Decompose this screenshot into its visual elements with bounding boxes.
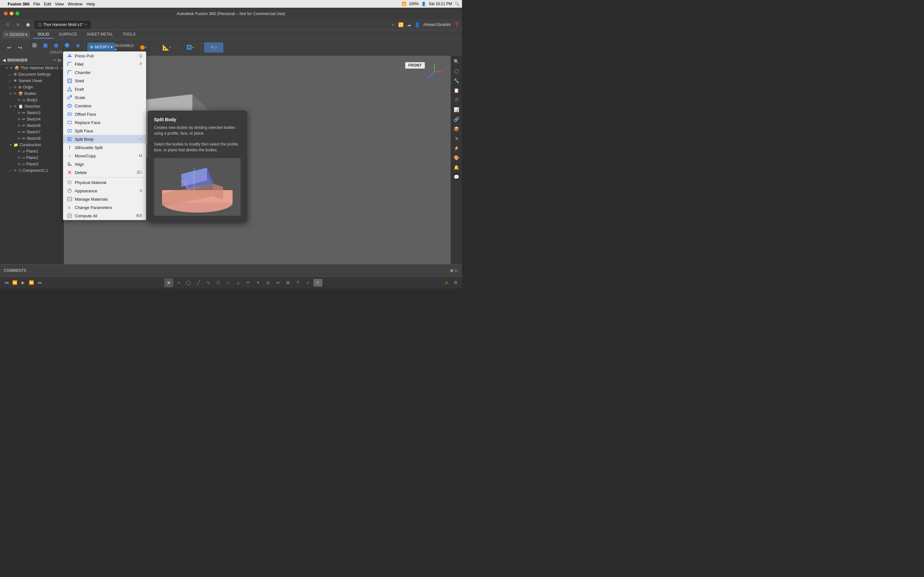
sidebar-item-construction[interactable]: ▼ 📁 Construction — [0, 142, 64, 148]
settings-icon[interactable]: ⚙ — [452, 279, 459, 287]
step-back-button[interactable]: ⏪ — [11, 279, 19, 287]
minimize-button[interactable] — [10, 11, 13, 15]
sidebar-toggle-icon[interactable]: ☰ — [3, 20, 13, 29]
menu-fillet[interactable]: Fillet F — [63, 60, 146, 68]
menu-window[interactable]: Window — [68, 2, 82, 6]
rp-icon7[interactable]: 📦 — [452, 124, 461, 133]
rp-search[interactable]: 🔍 — [452, 57, 461, 66]
select-button[interactable]: ↖ ▾ — [204, 42, 223, 53]
menu-delete[interactable]: Delete ⌦ — [63, 168, 146, 177]
menu-combine[interactable]: Combine — [63, 102, 146, 110]
rp-icon5[interactable]: 📊 — [452, 105, 461, 114]
menu-split-face[interactable]: Split Face — [63, 127, 146, 135]
sidebar-item-component1[interactable]: ▷ 👁 ⬡ Component1:1 — [0, 167, 64, 174]
design-dropdown[interactable]: ✏ DESIGN ▾ — [3, 31, 30, 38]
menu-draft[interactable]: Draft — [63, 85, 146, 93]
menu-scale[interactable]: Scale — [63, 93, 146, 102]
menu-silhouette-split[interactable]: Silhouette Split — [63, 143, 146, 152]
menu-view[interactable]: View — [55, 2, 64, 6]
rp-icon9[interactable]: ⚡ — [452, 143, 461, 153]
sidebar-item-bodies[interactable]: ▼ 👁 📦 Bodies — [0, 90, 64, 97]
sidebar-item-sketch7[interactable]: ▷ 👁 ✏ Sketch7 — [0, 129, 64, 135]
rp-icon12[interactable]: 💬 — [452, 172, 461, 181]
menu-split-body[interactable]: Split Body ⋯ — [63, 135, 146, 143]
comments-expand-icon[interactable]: ▷ — [455, 268, 458, 273]
sidebar-item-sketch3[interactable]: ▷ 👁 ✏ Sketch3 — [0, 110, 64, 116]
tab-surface[interactable]: SURFACE — [54, 31, 81, 39]
menu-change-parameters[interactable]: fx Change Parameters — [63, 203, 146, 211]
sb-trim[interactable]: ✂ — [244, 279, 253, 287]
sidebar-item-origin[interactable]: ▷ 👁 ⊕ Origin — [0, 84, 64, 90]
sidebar-item-plane2[interactable]: ▷ 👁 ▱ Plane2 — [0, 155, 64, 161]
add-tab-icon[interactable]: ＋ — [391, 22, 395, 27]
new-component-button[interactable]: ⊞ — [29, 40, 39, 50]
menu-press-pull[interactable]: Press Pull Q — [63, 52, 146, 60]
sb-text[interactable]: T — [294, 279, 302, 287]
sb-arr[interactable]: ⊞ — [284, 279, 292, 287]
sb-mirror[interactable]: ⇔ — [274, 279, 283, 287]
sb-select[interactable]: ▣ — [164, 278, 173, 287]
play-button[interactable]: ▶ — [19, 279, 27, 287]
fullscreen-button[interactable] — [15, 11, 19, 15]
sb-offset[interactable]: ≡ — [254, 279, 263, 287]
sidebar-item-sketch4[interactable]: ▷ 👁 ✏ Sketch4 — [0, 116, 64, 122]
warning-icon[interactable]: ⚠ — [443, 279, 451, 287]
menu-help[interactable]: Help — [86, 2, 95, 6]
rp-icon2[interactable]: 🔧 — [452, 76, 461, 85]
sb-line[interactable]: ╱ — [194, 279, 203, 287]
sb-fit[interactable]: ⤢ — [304, 279, 312, 287]
rp-icon8[interactable]: 🖱 — [452, 134, 461, 143]
search-icon[interactable]: 🔍 — [455, 2, 459, 6]
sidebar-item-named-views[interactable]: ▷ 👁 Named Views — [0, 77, 64, 84]
rp-icon1[interactable]: ⬡ — [452, 67, 461, 76]
sidebar-item-sketch6[interactable]: ▷ 👁 ✏ Sketch6 — [0, 122, 64, 129]
modify-dropdown-button[interactable]: ⚙ MODIFY ▾ — [87, 43, 115, 52]
menu-replace-face[interactable]: Replace Face — [63, 118, 146, 127]
active-tab[interactable]: ⬡ Thor Hammer Mold v1* × — [34, 21, 91, 29]
home-button[interactable]: 🏠 — [23, 23, 33, 27]
step-forward-button[interactable]: ⏩ — [27, 279, 35, 287]
extrude-button[interactable]: ▣ — [40, 40, 50, 50]
sb-project[interactable]: ⊙ — [264, 279, 273, 287]
menu-manage-materials[interactable]: Manage Materials — [63, 195, 146, 203]
sidebar-item-body1[interactable]: ▷ 👁 ▭ Body1 — [0, 97, 64, 103]
menu-file[interactable]: File — [33, 2, 40, 6]
rp-icon11[interactable]: 🔔 — [452, 163, 461, 172]
sidebar-item-doc-settings[interactable]: ▷ ⚙ Document Settings — [0, 71, 64, 77]
menu-appearance[interactable]: Appearance A — [63, 187, 146, 195]
sidebar-item-plane3[interactable]: ▷ 👁 ▱ Plane3 — [0, 161, 64, 167]
sb-cursor[interactable]: ✛ — [313, 279, 322, 287]
comments-options-icon[interactable]: ⊞ — [450, 268, 453, 273]
menu-shell[interactable]: Shell — [63, 77, 146, 85]
tab-solid[interactable]: SOLID — [33, 31, 53, 39]
tab-sheet-metal[interactable]: SHEET METAL — [82, 31, 118, 39]
menu-edit[interactable]: Edit — [44, 2, 51, 6]
loft-button[interactable]: ◈ — [73, 40, 83, 50]
history-icon[interactable]: 🔁 — [398, 22, 404, 27]
menu-physical-material[interactable]: Physical Material — [63, 178, 146, 187]
sidebar-item-plane1[interactable]: ▷ 👁 ▱ Plane1 — [0, 148, 64, 155]
new-tab-button[interactable]: ⊕ — [14, 21, 22, 29]
sb-constraint[interactable]: ⊥ — [234, 279, 243, 287]
sidebar-item-sketch8[interactable]: ▷ 👁 ✏ Sketch8 — [0, 135, 64, 142]
app-name[interactable]: Fusion 360 — [8, 2, 29, 6]
cloud-icon[interactable]: ☁ — [407, 22, 411, 27]
user-avatar[interactable]: 👤 — [415, 22, 420, 27]
inspect-button[interactable]: 📐 ▾ — [157, 42, 176, 53]
sweep-button[interactable]: ⬟ — [62, 40, 72, 50]
rp-icon10[interactable]: 🎨 — [452, 153, 461, 162]
sb-polygon[interactable]: ⬡ — [214, 279, 223, 287]
collapse-icon[interactable]: ◀ — [3, 58, 5, 63]
sb-spline[interactable]: ∿ — [204, 279, 213, 287]
sb-circle[interactable]: ◯ — [184, 279, 193, 287]
close-button[interactable] — [4, 11, 8, 15]
tab-close-button[interactable]: × — [85, 23, 87, 26]
revolve-button[interactable]: ◉ — [51, 40, 61, 50]
help-icon[interactable]: ❓ — [454, 22, 459, 27]
menu-align[interactable]: Align — [63, 160, 146, 168]
sb-dim[interactable]: ↔ — [224, 279, 233, 287]
tab-tools[interactable]: TOOLS — [118, 31, 140, 39]
browser-expand-icon[interactable]: ▷ — [58, 58, 61, 63]
rp-icon3[interactable]: 📋 — [452, 86, 461, 95]
browser-options-icon[interactable]: ⋯ — [53, 58, 57, 63]
